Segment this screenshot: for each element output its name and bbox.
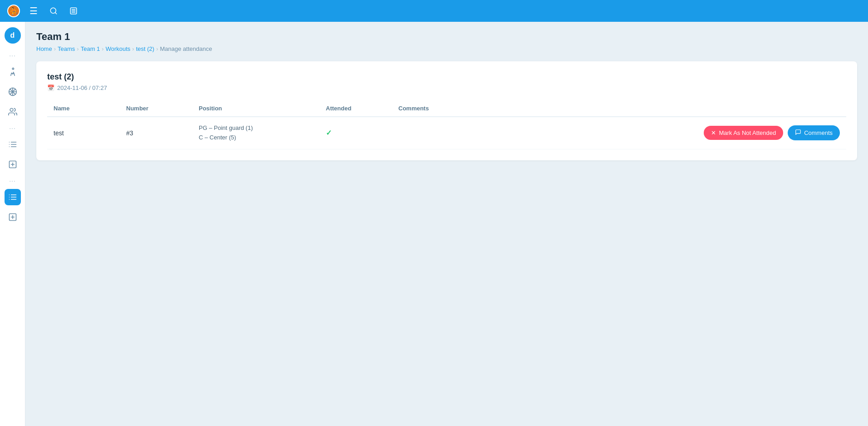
breadcrumb-teams[interactable]: Teams bbox=[58, 45, 75, 52]
col-header-name: Name bbox=[47, 100, 120, 117]
player-comments bbox=[392, 117, 483, 149]
attendance-card: test (2) 📅 2024-11-06 / 07:27 Name Numbe… bbox=[36, 61, 857, 160]
breadcrumb-sep-1: › bbox=[54, 45, 56, 52]
player-position: PG – Point guard (1)C – Center (5) bbox=[192, 117, 319, 149]
comments-button[interactable]: Comments bbox=[788, 125, 840, 140]
breadcrumb-sep-5: › bbox=[156, 45, 158, 52]
sidebar-item-attendance[interactable] bbox=[5, 189, 21, 205]
player-name: test bbox=[47, 117, 120, 149]
svg-line-1 bbox=[55, 12, 56, 14]
breadcrumb-sep-2: › bbox=[77, 45, 78, 52]
mark-not-attended-label: Mark As Not Attended bbox=[719, 129, 776, 136]
breadcrumb-current: Manage attendance bbox=[160, 45, 212, 52]
col-header-actions bbox=[483, 100, 846, 117]
sidebar-item-basketball[interactable] bbox=[5, 84, 21, 100]
main-layout: d ··· ··· ··· bbox=[0, 22, 868, 426]
page-title: Team 1 bbox=[36, 31, 857, 43]
workout-title: test (2) bbox=[47, 72, 846, 82]
sidebar-item-run[interactable] bbox=[5, 64, 21, 80]
player-number: #3 bbox=[120, 117, 192, 149]
col-header-attended: Attended bbox=[319, 100, 392, 117]
table-header-row: Name Number Position Attended Comments bbox=[47, 100, 846, 117]
col-header-comments: Comments bbox=[392, 100, 483, 117]
svg-point-8 bbox=[10, 109, 13, 112]
page-header: Team 1 Home › Teams › Team 1 › Workouts … bbox=[36, 31, 857, 52]
sidebar-item-add-2[interactable] bbox=[5, 209, 21, 225]
sidebar-dots-3: ··· bbox=[9, 176, 16, 185]
attended-status: ✓ bbox=[319, 117, 392, 149]
breadcrumb-workouts[interactable]: Workouts bbox=[106, 45, 131, 52]
workout-datetime-text: 2024-11-06 / 07:27 bbox=[57, 84, 107, 91]
basketball-icon: ⛹ bbox=[7, 5, 20, 17]
sidebar: d ··· ··· ··· bbox=[0, 22, 25, 426]
table-row: test #3 PG – Point guard (1)C – Center (… bbox=[47, 117, 846, 149]
col-header-position: Position bbox=[192, 100, 319, 117]
content-area: Team 1 Home › Teams › Team 1 › Workouts … bbox=[25, 22, 868, 426]
breadcrumb-team1[interactable]: Team 1 bbox=[81, 45, 100, 52]
workout-datetime: 📅 2024-11-06 / 07:27 bbox=[47, 84, 846, 91]
action-buttons: ✕ Mark As Not Attended Comm bbox=[489, 125, 840, 140]
sidebar-dots-1: ··· bbox=[9, 51, 16, 60]
breadcrumb-home[interactable]: Home bbox=[36, 45, 52, 52]
menu-icon[interactable]: ☰ bbox=[27, 5, 40, 17]
avatar[interactable]: d bbox=[5, 27, 21, 44]
svg-point-6 bbox=[12, 68, 14, 69]
breadcrumb-sep-3: › bbox=[102, 45, 103, 52]
check-icon: ✓ bbox=[326, 129, 332, 137]
sidebar-item-add-1[interactable] bbox=[5, 156, 21, 173]
topbar: ⛹ ☰ bbox=[0, 0, 868, 22]
sidebar-dots-2: ··· bbox=[9, 124, 16, 133]
action-cell: ✕ Mark As Not Attended Comm bbox=[483, 117, 846, 149]
mark-not-attended-button[interactable]: ✕ Mark As Not Attended bbox=[704, 126, 783, 140]
sidebar-item-list[interactable] bbox=[5, 136, 21, 153]
calendar-icon: 📅 bbox=[47, 84, 54, 91]
breadcrumb-sep-4: › bbox=[132, 45, 134, 52]
x-icon: ✕ bbox=[711, 129, 716, 136]
comment-icon bbox=[795, 129, 801, 137]
list-icon[interactable] bbox=[67, 5, 80, 17]
search-icon[interactable] bbox=[47, 5, 60, 17]
col-header-number: Number bbox=[120, 100, 192, 117]
sidebar-item-players[interactable] bbox=[5, 104, 21, 120]
comments-label: Comments bbox=[804, 129, 833, 136]
breadcrumb: Home › Teams › Team 1 › Workouts › test … bbox=[36, 45, 857, 52]
breadcrumb-test2[interactable]: test (2) bbox=[136, 45, 154, 52]
attendance-table: Name Number Position Attended Comments t… bbox=[47, 100, 846, 149]
